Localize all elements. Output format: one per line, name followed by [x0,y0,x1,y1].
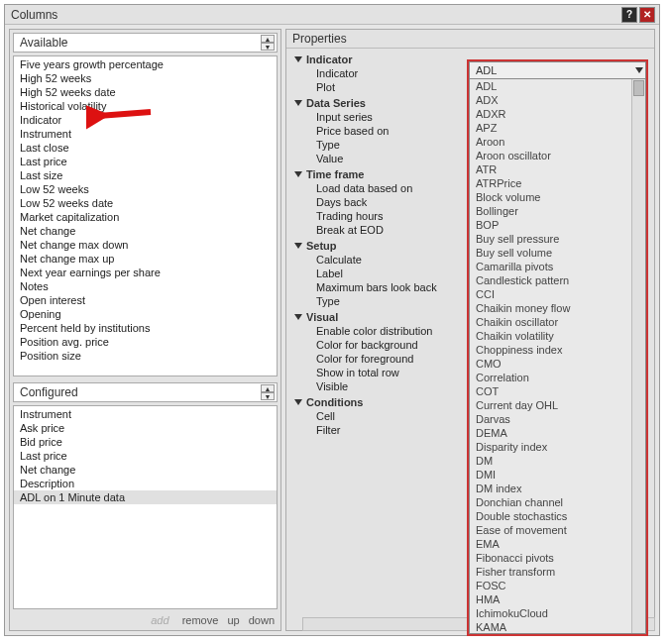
dropdown-option[interactable]: Chaikin oscillator [470,315,645,329]
list-item[interactable]: Net change max up [14,252,277,266]
scrollbar-thumb[interactable] [633,80,644,96]
remove-action[interactable]: remove [182,614,219,626]
dropdown-option[interactable]: Buy sell pressure [470,232,645,246]
add-action[interactable]: add [151,614,168,626]
up-action[interactable]: up [227,614,239,626]
dropdown-option[interactable]: Chaikin volatility [470,329,645,343]
dropdown-option[interactable]: Candlestick pattern [470,273,645,287]
dropdown-option[interactable]: ADX [470,93,645,107]
available-spinner[interactable]: ▲ ▼ [261,35,275,51]
dropdown-option[interactable]: Current day OHL [470,398,645,412]
dropdown-option[interactable]: Donchian channel [470,495,645,509]
dropdown-option[interactable]: ATR [470,162,645,176]
list-item[interactable]: Net change [14,224,277,238]
spinner-up-icon: ▲ [261,384,275,392]
dropdown-option[interactable]: CCI [470,287,645,301]
list-item[interactable]: Last size [14,168,277,182]
expand-icon [294,314,302,320]
dropdown-option[interactable]: BOP [470,218,645,232]
dropdown-option[interactable]: Correlation [470,371,645,384]
available-header: Available ▲ ▼ [13,33,278,53]
list-item[interactable]: High 52 weeks date [14,85,277,99]
dropdown-option[interactable]: IchimokuCloud [470,606,645,620]
dropdown-option[interactable]: DM index [470,482,645,495]
dropdown-option[interactable]: FOSC [470,579,645,592]
dropdown-option[interactable]: Camarilla pivots [470,260,645,273]
dropdown-option[interactable]: CMO [470,357,645,371]
list-item[interactable]: Net change max down [14,238,277,252]
list-item[interactable]: Low 52 weeks date [14,196,277,210]
window-title: Columns [11,8,57,22]
dropdown-option[interactable]: DM [470,454,645,468]
help-button[interactable]: ? [621,7,637,23]
dropdown-option[interactable]: Buy sell volume [470,246,645,260]
dropdown-option[interactable]: DEMA [470,426,645,440]
dropdown-option[interactable]: ATRPrice [470,176,645,190]
columns-panel: Available ▲ ▼ Five years growth percenta… [9,29,281,631]
properties-panel: Properties IndicatorIndicatorPlotData Se… [285,29,655,631]
dropdown-list[interactable]: ADLADXADXRAPZAroonAroon oscillatorATRATR… [469,79,646,634]
list-item[interactable]: Market capitalization [14,210,277,224]
dropdown-option[interactable]: EMA [470,537,645,551]
dropdown-value: ADL [476,64,497,76]
dropdown-option[interactable]: Bollinger [470,204,645,218]
group-label: Conditions [306,396,363,408]
group-label: Time frame [306,168,365,180]
list-item[interactable]: Indicator [14,113,277,127]
list-item[interactable]: Five years growth percentage [14,57,277,71]
group-label: Visual [306,311,338,323]
dropdown-option[interactable]: ADL [470,79,645,93]
dropdown-option[interactable]: KAMA [470,620,645,634]
list-item[interactable]: Bid price [14,435,277,449]
close-button[interactable]: ✕ [639,7,655,23]
dropdown-option[interactable]: Darvas [470,412,645,426]
list-item[interactable]: Notes [14,279,277,293]
configured-spinner[interactable]: ▲ ▼ [261,384,275,400]
list-item[interactable]: Position size [14,349,277,363]
dropdown-option[interactable]: Fisher transform [470,565,645,579]
dropdown-selected[interactable]: ADL [469,61,646,79]
list-item[interactable]: High 52 weeks [14,71,277,85]
list-item[interactable]: Instrument [14,127,277,141]
dropdown-option[interactable]: APZ [470,121,645,135]
dropdown-option[interactable]: Ease of movement [470,523,645,537]
dropdown-option[interactable]: Aroon [470,135,645,149]
list-item[interactable]: Opening [14,307,277,321]
list-item[interactable]: Last price [14,155,277,168]
list-item[interactable]: ADL on 1 Minute data [14,490,277,504]
dropdown-option[interactable]: COT [470,384,645,398]
configured-label: Configured [20,385,78,399]
list-item[interactable]: Next year earnings per share [14,266,277,279]
list-actions: add remove up down [10,612,280,630]
dropdown-option[interactable]: Aroon oscillator [470,149,645,162]
list-item[interactable]: Open interest [14,293,277,307]
dropdown-option[interactable]: HMA [470,592,645,606]
dropdown-option[interactable]: Block volume [470,190,645,204]
configured-list[interactable]: InstrumentAsk priceBid priceLast priceNe… [13,405,278,609]
properties-label: Properties [286,30,654,49]
dropdown-option[interactable]: Double stochastics [470,509,645,523]
list-item[interactable]: Net change [14,463,277,477]
list-item[interactable]: Position avg. price [14,335,277,349]
list-item[interactable]: Percent held by institutions [14,321,277,335]
dropdown-option[interactable]: Fibonacci pivots [470,551,645,565]
dropdown-option[interactable]: ADXR [470,107,645,121]
available-list[interactable]: Five years growth percentageHigh 52 week… [13,55,278,376]
dropdown-option[interactable]: Chaikin money flow [470,301,645,315]
list-item[interactable]: Instrument [14,407,277,421]
list-item[interactable]: Description [14,477,277,490]
dropdown-option[interactable]: Choppiness index [470,343,645,357]
chevron-down-icon [635,67,643,73]
indicator-dropdown[interactable]: ADL ADLADXADXRAPZAroonAroon oscillatorAT… [467,59,648,636]
available-label: Available [20,36,67,50]
down-action[interactable]: down [249,614,275,626]
list-item[interactable]: Historical volatility [14,99,277,113]
dropdown-option[interactable]: Disparity index [470,440,645,454]
dropdown-option[interactable]: DMI [470,468,645,482]
list-item[interactable]: Last price [14,449,277,463]
dropdown-scrollbar[interactable] [631,79,645,633]
configured-header: Configured ▲ ▼ [13,382,278,402]
list-item[interactable]: Low 52 weeks [14,182,277,196]
list-item[interactable]: Ask price [14,421,277,435]
list-item[interactable]: Last close [14,141,277,155]
